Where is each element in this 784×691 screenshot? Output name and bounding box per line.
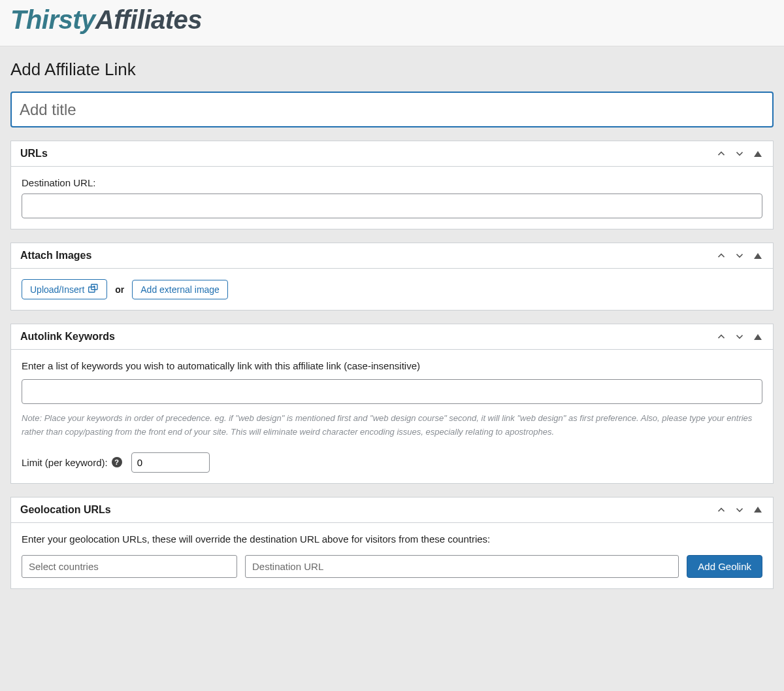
geolocation-instruction: Enter your geolocation URLs, these will … [22, 533, 762, 545]
title-input-wrap [10, 92, 774, 127]
move-down-icon[interactable] [734, 250, 745, 261]
limit-label: Limit (per keyword): [22, 457, 108, 468]
urls-metabox-title: URLs [20, 148, 48, 160]
svg-point-2 [93, 286, 95, 288]
or-separator: or [115, 284, 124, 295]
select-countries-dropdown[interactable]: Select countries [22, 555, 237, 578]
move-up-icon[interactable] [715, 331, 727, 343]
attach-images-title: Attach Images [20, 250, 91, 261]
media-icon [88, 284, 99, 295]
urls-metabox-body: Destination URL: [11, 167, 773, 229]
limit-input[interactable] [131, 452, 210, 473]
metabox-controls [715, 148, 764, 160]
help-icon[interactable]: ? [112, 457, 122, 467]
geolocation-header: Geolocation URLs [11, 497, 773, 523]
move-up-icon[interactable] [715, 250, 727, 261]
title-input[interactable] [10, 92, 774, 127]
move-down-icon[interactable] [734, 331, 745, 343]
move-up-icon[interactable] [715, 148, 727, 160]
autolink-body: Enter a list of keywords you wish to aut… [11, 350, 773, 483]
attach-images-metabox: Attach Images Upload/Insert [10, 243, 774, 311]
autolink-note: Note: Place your keywords in order of pr… [22, 412, 762, 439]
autolink-title: Autolink Keywords [20, 331, 115, 343]
add-external-image-button[interactable]: Add external image [132, 280, 228, 299]
urls-metabox-header: URLs [11, 141, 773, 167]
metabox-controls [715, 504, 764, 516]
main-content: Add Affiliate Link URLs Destination URL:… [0, 46, 784, 602]
collapse-toggle-icon[interactable] [752, 331, 764, 343]
collapse-toggle-icon[interactable] [752, 504, 764, 516]
destination-url-label: Destination URL: [22, 177, 762, 188]
autolink-keywords-metabox: Autolink Keywords Enter a list of keywor… [10, 324, 774, 484]
logo: ThirstyAffiliates [10, 0, 774, 39]
collapse-toggle-icon[interactable] [752, 250, 764, 261]
add-external-image-label: Add external image [140, 284, 220, 295]
logo-part-thirsty: Thirsty [10, 5, 95, 34]
upload-insert-label: Upload/Insert [30, 284, 84, 295]
attach-images-header: Attach Images [11, 243, 773, 269]
limit-label-wrap: Limit (per keyword): ? [22, 457, 122, 468]
move-down-icon[interactable] [734, 148, 745, 160]
attach-images-body: Upload/Insert or Add external image [11, 269, 773, 310]
page-title: Add Affiliate Link [10, 59, 774, 80]
logo-part-affiliates: Affiliates [95, 5, 202, 34]
keywords-input[interactable] [22, 379, 762, 404]
metabox-controls [715, 331, 764, 343]
move-down-icon[interactable] [734, 504, 745, 516]
geolocation-title: Geolocation URLs [20, 504, 111, 516]
collapse-toggle-icon[interactable] [752, 148, 764, 160]
metabox-controls [715, 250, 764, 261]
app-header: ThirstyAffiliates [0, 0, 784, 46]
destination-url-input[interactable] [22, 194, 762, 218]
add-geolink-button[interactable]: Add Geolink [687, 555, 762, 578]
upload-insert-button[interactable]: Upload/Insert [22, 279, 107, 299]
autolink-header: Autolink Keywords [11, 324, 773, 350]
autolink-instruction: Enter a list of keywords you wish to aut… [22, 360, 762, 371]
urls-metabox: URLs Destination URL: [10, 141, 774, 229]
move-up-icon[interactable] [715, 504, 727, 516]
geo-destination-url-input[interactable] [245, 555, 679, 578]
geolocation-metabox: Geolocation URLs Enter your geolocation … [10, 497, 774, 589]
geolocation-body: Enter your geolocation URLs, these will … [11, 523, 773, 588]
